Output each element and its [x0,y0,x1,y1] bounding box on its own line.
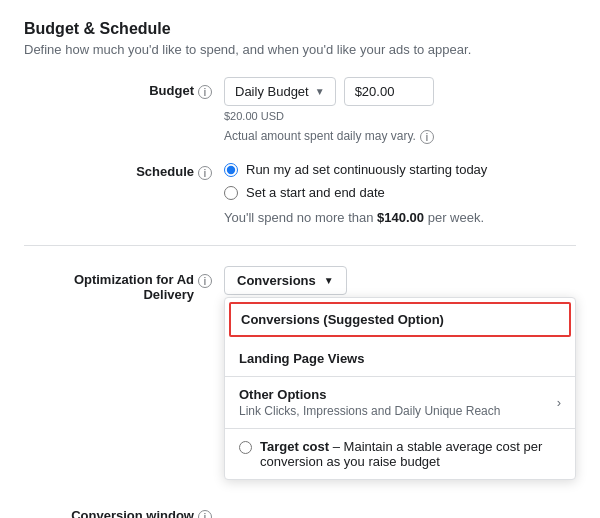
optimization-row: Optimization for Ad Delivery i Conversio… [24,266,576,302]
target-cost-dash: – [333,439,344,454]
schedule-info-icon[interactable]: i [198,166,212,180]
spend-note: You'll spend no more than $140.00 per we… [224,210,576,225]
optimization-info-icon[interactable]: i [198,274,212,288]
conversion-window-info-icon[interactable]: i [198,510,212,518]
schedule-row: Schedule i Run my ad set continuously st… [24,158,576,225]
budget-dropdown-chevron: ▼ [315,86,325,97]
schedule-radio-group: Run my ad set continuously starting toda… [224,158,576,200]
target-cost-section: Target cost – Maintain a stable average … [225,429,575,479]
conversion-window-row: Conversion window i [24,502,576,518]
schedule-radio-continuous[interactable] [224,163,238,177]
conversion-window-label: Conversion window i [24,502,224,518]
budget-controls: Daily Budget ▼ [224,77,576,106]
conversions-chevron: ▼ [324,275,334,286]
target-cost-title: Target cost – Maintain a stable average … [260,439,561,469]
optimization-label: Optimization for Ad Delivery i [24,266,224,302]
conversions-dropdown-container: Conversions ▼ Conversions (Suggested Opt… [224,266,576,295]
page-container: Budget & Schedule Define how much you'd … [0,0,600,518]
dropdown-item-conversions[interactable]: Conversions (Suggested Option) [229,302,571,337]
schedule-option-continuous[interactable]: Run my ad set continuously starting toda… [224,162,576,177]
budget-amount-input[interactable] [344,77,434,106]
schedule-option-dates[interactable]: Set a start and end date [224,185,576,200]
dropdown-item-landing-page[interactable]: Landing Page Views [225,341,575,376]
dropdown-other-title: Other Options [239,387,500,402]
budget-content: Daily Budget ▼ $20.00 USD Actual amount … [224,77,576,144]
target-cost-radio[interactable] [239,441,252,454]
actual-amount-note: Actual amount spent daily may vary. i [224,128,576,144]
dropdown-other-text: Other Options Link Clicks, Impressions a… [239,387,500,418]
dropdown-other-subtitle: Link Clicks, Impressions and Daily Uniqu… [239,404,500,418]
budget-type-dropdown[interactable]: Daily Budget ▼ [224,77,336,106]
schedule-label: Schedule i [24,158,224,180]
budget-hint: $20.00 USD [224,110,576,122]
dropdown-item-landing-page-title: Landing Page Views [239,351,561,366]
section-subtitle: Define how much you'd like to spend, and… [24,42,576,57]
section-divider [24,245,576,246]
schedule-radio-dates[interactable] [224,186,238,200]
dropdown-item-other[interactable]: Other Options Link Clicks, Impressions a… [225,377,575,428]
budget-row: Budget i Daily Budget ▼ $20.00 USD Actua… [24,77,576,144]
conversions-dropdown-menu: Conversions (Suggested Option) Landing P… [224,297,576,480]
budget-label: Budget i [24,77,224,99]
target-cost-text: Target cost – Maintain a stable average … [260,439,561,469]
actual-amount-info-icon[interactable]: i [420,130,434,144]
section-title: Budget & Schedule [24,20,576,38]
conversions-dropdown-button[interactable]: Conversions ▼ [224,266,347,295]
budget-info-icon[interactable]: i [198,85,212,99]
optimization-content: Conversions ▼ Conversions (Suggested Opt… [224,266,576,295]
dropdown-item-conversions-title: Conversions (Suggested Option) [241,312,559,327]
schedule-content: Run my ad set continuously starting toda… [224,158,576,225]
dropdown-other-arrow: › [557,395,561,410]
